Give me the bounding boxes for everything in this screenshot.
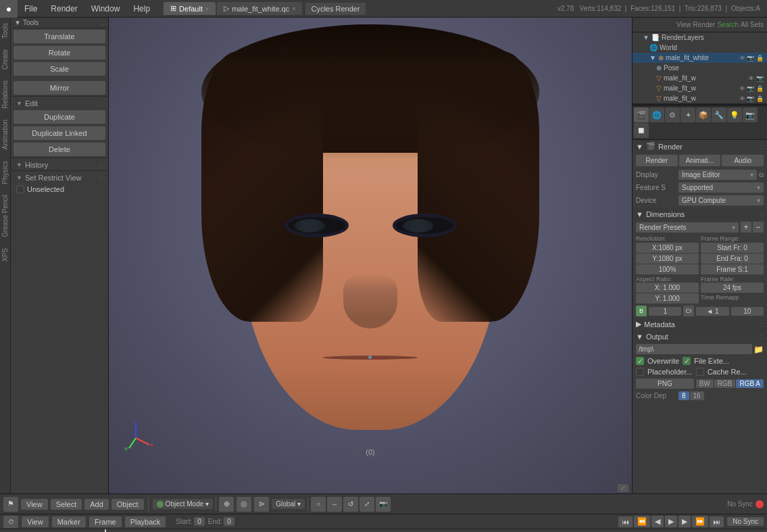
props-tab-material[interactable]: 🔧 [712,107,726,122]
outliner-world[interactable]: 🌐 World [633,43,767,53]
overwrite-checkbox[interactable]: ✓ [636,357,644,365]
outliner-male-fit-white[interactable]: ▼ ⊕ male_fit_white 👁 📷 🔒 [633,53,767,63]
file-ext-checkbox[interactable]: ✓ [683,357,691,365]
dimensions-section-header[interactable]: ▼ Dimensions :: [633,208,767,220]
presets-plus-btn[interactable]: + [741,222,751,233]
workspace-tab-close-icon[interactable]: × [205,5,209,12]
y-aspect-input[interactable]: Y: 1.000 [636,293,699,304]
proportional-edit-btn[interactable]: ○ [311,497,326,512]
scale-tool-btn[interactable]: ⤢ [360,497,374,512]
jump-start-btn[interactable]: ⏮ [618,516,633,527]
view-btn[interactable]: View [21,499,48,510]
render-engine-selector[interactable]: Cycles Render [305,3,365,15]
b-value-input[interactable]: 1 [649,307,681,316]
prev-frame-btn[interactable]: ⏪ [634,516,650,527]
outliner-render-layers[interactable]: ▼ 📑 RenderLayers [633,32,767,43]
format-selector[interactable]: PNG [636,379,694,389]
frame-s-input[interactable]: Frame S:1 [701,264,764,274]
window-menu[interactable]: Window [84,3,127,15]
res-x-input[interactable]: X:1080 px [636,243,699,253]
render-menu[interactable]: Render [44,3,84,15]
props-tab-camera[interactable]: 📷 [743,107,758,122]
sidebar-physics-label[interactable]: Physics [0,155,10,189]
placeholder-checkbox[interactable] [636,368,644,376]
rgba-button[interactable]: RGB A [736,379,764,388]
viewport-icon-btn[interactable]: ⚑ [3,497,18,512]
cr-start-input[interactable]: ◄ 1 [696,307,728,316]
view-header-btn[interactable]: View [676,21,691,28]
camera-view-btn[interactable]: 📷 [376,497,391,512]
b-checkbox[interactable]: B [636,306,647,316]
global-selector[interactable]: Global ▾ [272,499,305,509]
play-btn[interactable]: ▶ [665,516,677,527]
all-sets-label[interactable]: All Sets [741,21,764,28]
depth-8-button[interactable]: 8 [678,391,689,400]
timeline-icon-btn[interactable]: ⏱ [3,516,18,528]
add-btn[interactable]: Add [84,499,109,510]
presets-minus-btn[interactable]: − [753,222,764,233]
mode-selector[interactable]: Object Mode ▾ [153,499,214,509]
sync-mode-selector[interactable]: No Sync [727,517,764,526]
render-button[interactable]: Render [636,155,678,166]
display-selector[interactable]: Image Editor ▾ [678,170,757,180]
sidebar-create-label[interactable]: Create [0,44,10,75]
timeline-playback-btn[interactable]: Playback [125,516,166,527]
cache-re-checkbox[interactable] [696,368,704,376]
cr-checkbox[interactable]: Cr [683,306,694,316]
snap-icon-btn[interactable]: ⊳ [254,497,269,512]
transform-icon-btn[interactable]: ⊕ [219,497,234,512]
metadata-section-header[interactable]: ▶ Metadata :: [633,318,767,331]
outliner-male-fit-w1[interactable]: ▽ male_fit_w 👁 📷 [633,73,767,83]
next-keyframe-btn[interactable]: ▶ [678,516,691,527]
outliner-male-fit-w3[interactable]: ▽ male_fit_w 👁 📷 🔒 [633,93,767,103]
output-section-header[interactable]: ▼ Output :: [633,331,767,343]
output-folder-icon[interactable]: 📁 [753,345,764,354]
depth-16-button[interactable]: 16 [690,391,704,400]
sidebar-relations-label[interactable]: Relations [0,75,10,114]
rotate-tool-btn[interactable]: ↺ [343,497,358,512]
move-btn[interactable]: ↔ [327,497,342,512]
jump-end-btn[interactable]: ⏭ [710,516,724,527]
render-section-header[interactable]: ▼ 🎬 Render :: [633,140,767,153]
blender-logo-icon[interactable]: ● [0,0,18,18]
props-tab-mesh[interactable]: 📦 [696,107,711,122]
search-btn[interactable]: Render [693,21,716,28]
help-menu[interactable]: Help [126,3,157,15]
bw-button[interactable]: BW [696,379,714,388]
display-copy-icon[interactable]: ⧉ [759,171,764,179]
start-fr-input[interactable]: Start Fr: 0 [701,243,764,253]
workspace-tab-default[interactable]: ⊞ Default × [164,2,216,15]
animation-button[interactable]: Animati... [679,155,721,166]
fps-input[interactable]: 24 fps [701,283,764,293]
render-presets-selector[interactable]: Render Presets ▾ [636,222,739,233]
translate-button[interactable]: Translate [14,30,105,43]
delete-button[interactable]: Delete [14,143,105,156]
props-tab-object[interactable]: ✦ [681,107,695,122]
timeline-view-btn[interactable]: View [22,516,49,527]
next-frame-btn[interactable]: ⏩ [692,516,708,527]
outliner-pose[interactable]: ⊕ Pose [633,63,767,73]
rotate-button[interactable]: Rotate [14,46,105,59]
timeline-ruler[interactable]: -40 -30 -20 -10 0 10 20 30 40 50 60 70 8… [0,529,767,532]
res-y-input[interactable]: Y:1080 px [636,253,699,264]
end-fra-input[interactable]: End Fra: 0 [701,253,764,264]
prev-keyframe-btn[interactable]: ◀ [651,516,664,527]
timeline-marker-btn[interactable]: Marker [52,516,86,527]
mirror-button[interactable]: Mirror [14,81,105,95]
end-frame-input[interactable]: 0 [224,517,234,526]
res-percent-input[interactable]: 100% [636,264,699,274]
timeline-frame-btn[interactable]: Frame [89,516,122,527]
workspace-tab-file-close-icon[interactable]: × [292,5,295,12]
output-path-input[interactable]: /tmp\ [636,344,752,354]
viewport-bottom-expand[interactable]: ⤢ [618,484,628,492]
scale-button[interactable]: Scale [14,62,105,76]
workspace-tab-file[interactable]: ▷ male_fit_white.qc × [217,2,302,15]
sidebar-xps-label[interactable]: XPS [0,243,10,267]
props-tab-light[interactable]: 💡 [727,107,742,122]
outliner-male-fit-w2[interactable]: ▽ male_fit_w 👁 📷 🔒 [633,83,767,93]
start-frame-input[interactable]: 0 [194,517,205,526]
rgb-button[interactable]: RGB [714,379,736,388]
pivot-icon-btn[interactable]: ◎ [237,497,251,512]
props-tab-world[interactable]: ⚙ [665,107,680,122]
props-tab-scene[interactable]: 🌐 [649,107,664,122]
